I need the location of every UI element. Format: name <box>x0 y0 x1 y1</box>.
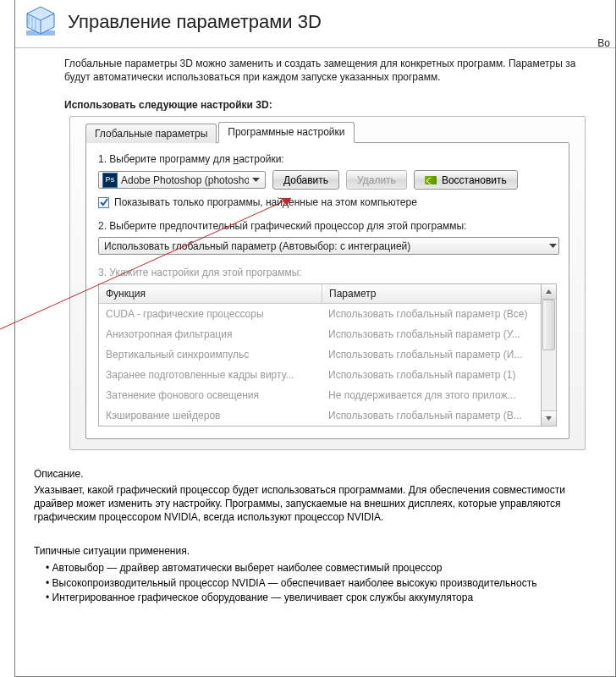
program-tab-panel: 1. Выберите программу для настройки: Ps … <box>85 142 569 439</box>
settings-section-label: Использовать следующие настройки 3D: <box>64 99 597 111</box>
settings-window: Управление параметрами 3D Во Глобальные … <box>14 0 616 677</box>
program-select[interactable]: Ps Adobe Photoshop (photoshop.... <box>98 171 266 189</box>
intro-line1: Глобальные параметры 3D можно заменить и… <box>64 57 597 70</box>
scroll-thumb[interactable] <box>542 300 555 350</box>
settings-table-body: CUDA - графические процессорыИспользоват… <box>99 304 541 426</box>
chevron-down-icon <box>546 416 552 421</box>
settings-table: Функция Параметр CUDA - графические проц… <box>98 283 542 427</box>
cell-parameter: Использовать глобальный параметр (1) <box>322 369 541 381</box>
table-row[interactable]: Анизотропная фильтрацияИспользовать глоб… <box>99 324 541 344</box>
add-button[interactable]: Добавить <box>272 170 339 190</box>
scroll-track[interactable] <box>542 300 556 410</box>
checkbox-row: Показывать только программы, найденные н… <box>98 196 557 208</box>
situations-section: Типичные ситуации применения. Автовыбор … <box>34 544 597 604</box>
list-item: Интегрированное графическое оборудование… <box>46 591 597 604</box>
step1-label-suffix: астройки: <box>239 153 284 165</box>
content-area: Глобальные параметры 3D можно заменить и… <box>15 48 615 450</box>
svg-marker-6 <box>252 178 260 182</box>
svg-marker-9 <box>546 416 552 421</box>
list-item: Высокопроизводительный процессор NVIDIA … <box>46 576 597 590</box>
chevron-down-icon <box>549 244 557 249</box>
only-installed-label: Показывать только программы, найденные н… <box>114 196 417 208</box>
table-row[interactable]: Кэширование шейдеровИспользовать глобаль… <box>99 405 541 426</box>
step3-label: 3. Укажите настройки для этой программы: <box>98 267 557 278</box>
table-row[interactable]: Заранее подготовленные кадры вирту...Исп… <box>99 365 541 385</box>
cell-function: Затенение фонового освещения <box>99 389 322 401</box>
add-button-label: Добавить <box>283 174 328 186</box>
scroll-up-button[interactable] <box>542 284 556 300</box>
settings-table-header: Функция Параметр <box>99 284 541 304</box>
table-row[interactable]: Вертикальный синхроимпульсИспользовать г… <box>99 344 541 365</box>
settings-group: Глобальные параметры Программные настрой… <box>69 116 586 450</box>
photoshop-icon: Ps <box>102 173 118 188</box>
tab-program[interactable]: Программные настройки <box>218 122 354 143</box>
header-right-link[interactable]: Во <box>597 37 610 49</box>
tab-global[interactable]: Глобальные параметры <box>85 124 217 143</box>
description-section: Описание. Указывает, какой графический п… <box>15 450 615 604</box>
svg-marker-8 <box>546 289 552 294</box>
cell-function: Вертикальный синхроимпульс <box>99 349 322 361</box>
cell-parameter: Использовать глобальный параметр (Все) <box>322 308 541 320</box>
program-row: Ps Adobe Photoshop (photoshop.... Добави… <box>98 170 557 190</box>
svg-marker-7 <box>549 244 557 248</box>
cell-function: Кэширование шейдеров <box>99 410 322 421</box>
cell-function: Анизотропная фильтрация <box>99 328 322 340</box>
cell-parameter: Использовать глобальный параметр (У... <box>322 328 541 340</box>
restore-button[interactable]: Восстановить <box>414 170 518 190</box>
tab-strip: Глобальные параметры Программные настрой… <box>85 122 569 143</box>
header-3d-icon <box>24 5 58 39</box>
cell-parameter: Использовать глобальный параметр (В... <box>322 410 541 421</box>
gpu-select-text: Использовать глобальный параметр (Автовы… <box>104 240 549 252</box>
col-function[interactable]: Функция <box>99 284 322 303</box>
list-item: Автовыбор — драйвер автоматически выбере… <box>46 561 597 575</box>
description-title: Описание. <box>34 467 597 481</box>
situations-list: Автовыбор — драйвер автоматически выбере… <box>46 561 597 604</box>
situations-title: Типичные ситуации применения. <box>34 544 597 558</box>
only-installed-checkbox[interactable] <box>98 197 109 208</box>
cell-function: CUDA - графические процессоры <box>99 308 322 320</box>
description-body: Указывает, какой графический процессор б… <box>34 483 597 525</box>
step1-label: 1. Выберите программу для настройки: <box>98 153 557 165</box>
chevron-down-icon <box>249 173 263 187</box>
cell-parameter: Использовать глобальный параметр (И... <box>322 349 541 361</box>
step2-label: 2. Выберите предпочтительный графический… <box>98 220 557 232</box>
nvidia-icon <box>425 176 437 184</box>
scrollbar[interactable] <box>542 283 557 427</box>
chevron-up-icon <box>546 289 552 294</box>
intro-line2: будут автоматически использоваться при к… <box>64 70 597 84</box>
step1-label-prefix: 1. Выберите программу для <box>98 153 234 165</box>
cell-function: Заранее подготовленные кадры вирту... <box>99 369 322 381</box>
settings-table-wrap: Функция Параметр CUDA - графические проц… <box>98 283 557 427</box>
table-row[interactable]: Затенение фонового освещенияНе поддержив… <box>99 385 541 405</box>
header: Управление параметрами 3D <box>15 0 615 48</box>
scroll-down-button[interactable] <box>542 410 556 426</box>
col-parameter[interactable]: Параметр <box>322 288 541 300</box>
table-row[interactable]: CUDA - графические процессорыИспользоват… <box>99 304 541 324</box>
page-title: Управление параметрами 3D <box>68 11 322 33</box>
checkmark-icon <box>100 198 108 206</box>
cell-parameter: Не поддерживается для этого прилож... <box>322 389 541 401</box>
gpu-select[interactable]: Использовать глобальный параметр (Автовы… <box>98 237 559 255</box>
remove-button-label: Удалить <box>357 174 396 186</box>
restore-button-label: Восстановить <box>442 174 507 186</box>
program-select-text: Adobe Photoshop (photoshop.... <box>121 174 249 186</box>
remove-button[interactable]: Удалить <box>346 170 407 190</box>
